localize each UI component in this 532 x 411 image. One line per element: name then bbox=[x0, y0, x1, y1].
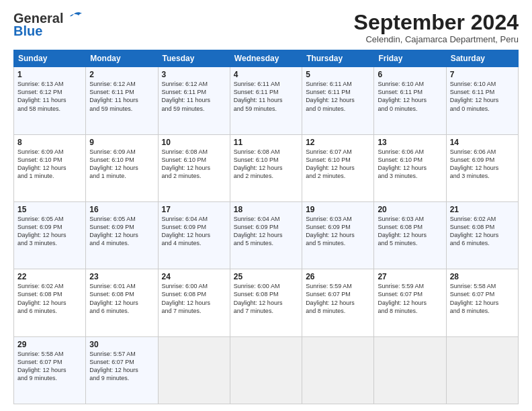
cell-content: Sunrise: 6:02 AM Sunset: 6:08 PM Dayligh… bbox=[450, 215, 515, 248]
day-number: 30 bbox=[89, 340, 154, 349]
table-row bbox=[158, 336, 230, 404]
cell-content: Sunrise: 6:08 AM Sunset: 6:10 PM Dayligh… bbox=[234, 148, 298, 181]
table-row: 16Sunrise: 6:05 AM Sunset: 6:09 PM Dayli… bbox=[86, 201, 158, 269]
table-row: 5Sunrise: 6:11 AM Sunset: 6:11 PM Daylig… bbox=[302, 67, 374, 134]
day-number: 3 bbox=[162, 70, 226, 79]
cell-content: Sunrise: 6:02 AM Sunset: 6:08 PM Dayligh… bbox=[17, 282, 82, 315]
col-saturday: Saturday bbox=[446, 50, 518, 67]
col-sunday: Sunday bbox=[14, 50, 86, 67]
table-row: 28Sunrise: 5:58 AM Sunset: 6:07 PM Dayli… bbox=[446, 269, 518, 336]
table-row: 2Sunrise: 6:12 AM Sunset: 6:11 PM Daylig… bbox=[86, 67, 158, 134]
calendar-header-row: Sunday Monday Tuesday Wednesday Thursday… bbox=[14, 50, 519, 67]
cell-content: Sunrise: 6:06 AM Sunset: 6:09 PM Dayligh… bbox=[450, 148, 515, 181]
cell-content: Sunrise: 6:11 AM Sunset: 6:11 PM Dayligh… bbox=[234, 80, 298, 113]
cell-content: Sunrise: 6:07 AM Sunset: 6:10 PM Dayligh… bbox=[306, 148, 370, 181]
day-number: 16 bbox=[89, 205, 154, 214]
page: General Blue September 2024 Celendin, Ca… bbox=[0, 0, 532, 411]
day-number: 5 bbox=[306, 70, 370, 79]
col-wednesday: Wednesday bbox=[230, 50, 302, 67]
cell-content: Sunrise: 6:12 AM Sunset: 6:11 PM Dayligh… bbox=[162, 80, 226, 113]
cell-content: Sunrise: 6:12 AM Sunset: 6:11 PM Dayligh… bbox=[89, 80, 154, 113]
table-row: 30Sunrise: 5:57 AM Sunset: 6:07 PM Dayli… bbox=[86, 336, 158, 404]
table-row: 19Sunrise: 6:03 AM Sunset: 6:09 PM Dayli… bbox=[302, 201, 374, 269]
table-row bbox=[302, 336, 374, 404]
cell-content: Sunrise: 5:58 AM Sunset: 6:07 PM Dayligh… bbox=[450, 282, 515, 315]
location-subtitle: Celendin, Cajamarca Department, Peru bbox=[354, 34, 519, 44]
table-row: 26Sunrise: 5:59 AM Sunset: 6:07 PM Dayli… bbox=[302, 269, 374, 336]
day-number: 15 bbox=[17, 205, 82, 214]
table-row: 6Sunrise: 6:10 AM Sunset: 6:11 PM Daylig… bbox=[374, 67, 446, 134]
day-number: 6 bbox=[378, 70, 442, 79]
logo: General Blue bbox=[13, 11, 83, 39]
table-row bbox=[230, 336, 302, 404]
title-block: September 2024 Celendin, Cajamarca Depar… bbox=[354, 11, 519, 44]
day-number: 1 bbox=[17, 70, 82, 79]
table-row: 22Sunrise: 6:02 AM Sunset: 6:08 PM Dayli… bbox=[14, 269, 86, 336]
cell-content: Sunrise: 6:08 AM Sunset: 6:10 PM Dayligh… bbox=[162, 148, 226, 181]
cell-content: Sunrise: 6:03 AM Sunset: 6:08 PM Dayligh… bbox=[378, 215, 442, 248]
table-row: 14Sunrise: 6:06 AM Sunset: 6:09 PM Dayli… bbox=[446, 134, 518, 201]
table-row: 12Sunrise: 6:07 AM Sunset: 6:10 PM Dayli… bbox=[302, 134, 374, 201]
cell-content: Sunrise: 5:58 AM Sunset: 6:07 PM Dayligh… bbox=[17, 350, 82, 383]
table-row: 7Sunrise: 6:10 AM Sunset: 6:11 PM Daylig… bbox=[446, 67, 518, 134]
table-row: 18Sunrise: 6:04 AM Sunset: 6:09 PM Dayli… bbox=[230, 201, 302, 269]
table-row: 3Sunrise: 6:12 AM Sunset: 6:11 PM Daylig… bbox=[158, 67, 230, 134]
cell-content: Sunrise: 6:10 AM Sunset: 6:11 PM Dayligh… bbox=[378, 80, 442, 113]
table-row: 24Sunrise: 6:00 AM Sunset: 6:08 PM Dayli… bbox=[158, 269, 230, 336]
cell-content: Sunrise: 6:05 AM Sunset: 6:09 PM Dayligh… bbox=[17, 215, 82, 248]
calendar-week-row: 29Sunrise: 5:58 AM Sunset: 6:07 PM Dayli… bbox=[14, 336, 519, 404]
day-number: 23 bbox=[89, 272, 154, 281]
header: General Blue September 2024 Celendin, Ca… bbox=[13, 11, 519, 44]
cell-content: Sunrise: 6:11 AM Sunset: 6:11 PM Dayligh… bbox=[306, 80, 370, 113]
day-number: 13 bbox=[378, 138, 442, 147]
day-number: 12 bbox=[306, 138, 370, 147]
table-row: 8Sunrise: 6:09 AM Sunset: 6:10 PM Daylig… bbox=[14, 134, 86, 201]
calendar-week-row: 8Sunrise: 6:09 AM Sunset: 6:10 PM Daylig… bbox=[14, 134, 519, 201]
table-row: 15Sunrise: 6:05 AM Sunset: 6:09 PM Dayli… bbox=[14, 201, 86, 269]
month-title: September 2024 bbox=[354, 11, 519, 34]
cell-content: Sunrise: 6:00 AM Sunset: 6:08 PM Dayligh… bbox=[162, 282, 226, 315]
day-number: 8 bbox=[17, 138, 82, 147]
calendar-week-row: 22Sunrise: 6:02 AM Sunset: 6:08 PM Dayli… bbox=[14, 269, 519, 336]
day-number: 20 bbox=[378, 205, 442, 214]
day-number: 10 bbox=[162, 138, 226, 147]
cell-content: Sunrise: 6:01 AM Sunset: 6:08 PM Dayligh… bbox=[89, 282, 154, 315]
table-row: 10Sunrise: 6:08 AM Sunset: 6:10 PM Dayli… bbox=[158, 134, 230, 201]
table-row: 23Sunrise: 6:01 AM Sunset: 6:08 PM Dayli… bbox=[86, 269, 158, 336]
logo-bird-icon bbox=[64, 11, 83, 26]
table-row: 17Sunrise: 6:04 AM Sunset: 6:09 PM Dayli… bbox=[158, 201, 230, 269]
day-number: 17 bbox=[162, 205, 226, 214]
table-row: 1Sunrise: 6:13 AM Sunset: 6:12 PM Daylig… bbox=[14, 67, 86, 134]
table-row: 4Sunrise: 6:11 AM Sunset: 6:11 PM Daylig… bbox=[230, 67, 302, 134]
table-row: 20Sunrise: 6:03 AM Sunset: 6:08 PM Dayli… bbox=[374, 201, 446, 269]
col-thursday: Thursday bbox=[302, 50, 374, 67]
day-number: 26 bbox=[306, 272, 370, 281]
cell-content: Sunrise: 5:57 AM Sunset: 6:07 PM Dayligh… bbox=[89, 350, 154, 383]
col-friday: Friday bbox=[374, 50, 446, 67]
table-row bbox=[374, 336, 446, 404]
day-number: 24 bbox=[162, 272, 226, 281]
table-row: 27Sunrise: 5:59 AM Sunset: 6:07 PM Dayli… bbox=[374, 269, 446, 336]
cell-content: Sunrise: 6:05 AM Sunset: 6:09 PM Dayligh… bbox=[89, 215, 154, 248]
calendar-week-row: 1Sunrise: 6:13 AM Sunset: 6:12 PM Daylig… bbox=[14, 67, 519, 134]
cell-content: Sunrise: 6:10 AM Sunset: 6:11 PM Dayligh… bbox=[450, 80, 515, 113]
cell-content: Sunrise: 6:03 AM Sunset: 6:09 PM Dayligh… bbox=[306, 215, 370, 248]
calendar-week-row: 15Sunrise: 6:05 AM Sunset: 6:09 PM Dayli… bbox=[14, 201, 519, 269]
day-number: 9 bbox=[89, 138, 154, 147]
cell-content: Sunrise: 6:13 AM Sunset: 6:12 PM Dayligh… bbox=[17, 80, 82, 113]
calendar-table: Sunday Monday Tuesday Wednesday Thursday… bbox=[13, 50, 519, 404]
cell-content: Sunrise: 6:04 AM Sunset: 6:09 PM Dayligh… bbox=[162, 215, 226, 248]
day-number: 18 bbox=[234, 205, 298, 214]
day-number: 29 bbox=[17, 340, 82, 349]
table-row: 29Sunrise: 5:58 AM Sunset: 6:07 PM Dayli… bbox=[14, 336, 86, 404]
day-number: 2 bbox=[89, 70, 154, 79]
cell-content: Sunrise: 6:00 AM Sunset: 6:08 PM Dayligh… bbox=[234, 282, 298, 315]
day-number: 28 bbox=[450, 272, 515, 281]
logo-blue: Blue bbox=[13, 24, 42, 39]
day-number: 11 bbox=[234, 138, 298, 147]
day-number: 27 bbox=[378, 272, 442, 281]
col-tuesday: Tuesday bbox=[158, 50, 230, 67]
day-number: 21 bbox=[450, 205, 515, 214]
cell-content: Sunrise: 5:59 AM Sunset: 6:07 PM Dayligh… bbox=[306, 282, 370, 315]
table-row: 9Sunrise: 6:09 AM Sunset: 6:10 PM Daylig… bbox=[86, 134, 158, 201]
